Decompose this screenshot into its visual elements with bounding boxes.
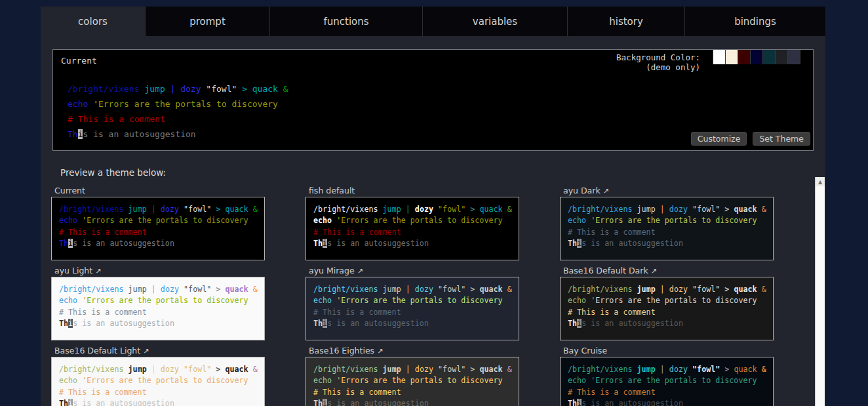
bg-swatch-4[interactable] — [750, 50, 762, 64]
token-pipe: | — [151, 285, 156, 294]
theme-label-fish-default: fish default — [309, 186, 519, 197]
token-echo: echo — [59, 376, 77, 385]
theme-card-base16-default-light[interactable]: /bright/vixens jump | dozy "fowl" > quac… — [51, 357, 265, 406]
token-space — [147, 205, 151, 214]
token-quack: quack — [225, 285, 248, 294]
token-space — [124, 285, 128, 294]
token-amp: & — [507, 205, 512, 214]
token-space — [179, 285, 184, 294]
shell-line: echo 'Errors are the portals to discover… — [313, 215, 519, 226]
token-dozy: dozy — [161, 365, 179, 374]
bg-swatch-5[interactable] — [762, 50, 775, 64]
external-link-icon[interactable]: ↗ — [651, 267, 657, 275]
tab-history[interactable]: history — [568, 7, 685, 36]
theme-card-base16-eighties[interactable]: /bright/vixens jump | dozy "fowl" > quac… — [306, 357, 519, 406]
shell-line: /bright/vixens jump | dozy "fowl" > quac… — [313, 204, 519, 215]
token-th: Th — [568, 399, 577, 406]
tab-colors[interactable]: colors — [41, 7, 146, 36]
bg-swatch-2[interactable] — [725, 50, 738, 64]
token-sugg: s is an autosuggestion — [582, 399, 683, 406]
external-link-icon[interactable]: ↗ — [603, 187, 609, 195]
panel-title: Current — [61, 56, 97, 66]
token-quack: quack — [225, 365, 248, 374]
token-space — [147, 285, 151, 294]
shell-line: /bright/vixens jump | dozy "fowl" > quac… — [59, 364, 264, 375]
theme-item-base16-default-dark: Base16 Default Dark↗/bright/vixens jump … — [560, 266, 774, 340]
theme-card-bay-cruise[interactable]: /bright/vixens jump | dozy "fowl" > quac… — [560, 357, 774, 406]
shell-line: echo 'Errors are the portals to discover… — [568, 375, 773, 386]
token-path: /bright/vixens — [59, 205, 124, 214]
token-dozy: dozy — [161, 205, 179, 214]
token-quack: quack — [479, 205, 502, 214]
set-theme-button[interactable]: Set Theme — [753, 132, 810, 146]
token-amp: & — [283, 84, 288, 94]
background-color-label-line1: Background Color: — [616, 52, 700, 62]
token-fowl: "fowl" — [692, 285, 720, 294]
bg-swatch-6[interactable] — [775, 50, 787, 64]
external-link-icon[interactable]: ↗ — [377, 347, 383, 355]
shell-line: # This is a comment — [568, 227, 773, 238]
shell-line: /bright/vixens jump | dozy "fowl" > quac… — [68, 81, 288, 96]
shell-line: # This is a comment — [568, 307, 773, 318]
theme-label-ayu-mirage[interactable]: ayu Mirage↗ — [309, 266, 519, 277]
shell-line: echo 'Errors are the portals to discover… — [568, 215, 773, 226]
theme-label-base16-default-light[interactable]: Base16 Default Light↗ — [54, 346, 265, 357]
token-space — [665, 365, 669, 374]
bg-swatch-7[interactable] — [787, 50, 800, 64]
scrollbar-thumb[interactable] — [816, 186, 825, 406]
token-path: /bright/vixens — [68, 84, 140, 94]
token-string: Errors are the portals to discovery — [341, 296, 502, 305]
token-space — [247, 84, 252, 94]
external-link-icon[interactable]: ↗ — [95, 267, 101, 275]
tab-functions[interactable]: functions — [270, 7, 423, 36]
token-dozy: dozy — [415, 285, 433, 294]
shell-line: This is an autosuggestion — [68, 127, 288, 142]
token-quack: quack — [479, 285, 502, 294]
token-path: /bright/vixens — [313, 365, 378, 374]
external-link-icon[interactable]: ↗ — [143, 347, 149, 355]
theme-label-ayu-light[interactable]: ayu Light↗ — [54, 266, 265, 277]
token-space — [688, 205, 692, 214]
scrollbar[interactable]: ▲ — [815, 177, 825, 406]
token-jump: jump — [128, 365, 147, 374]
token-gt: > — [242, 84, 247, 94]
scroll-up-arrow-icon[interactable]: ▲ — [816, 177, 825, 186]
theme-item-ayu-mirage: ayu Mirage↗/bright/vixens jump | dozy "f… — [306, 266, 519, 340]
customize-button[interactable]: Customize — [691, 132, 747, 146]
theme-card-fish-default[interactable]: /bright/vixens jump | dozy "fowl" > quac… — [306, 197, 519, 260]
background-swatch-row — [713, 50, 812, 64]
token-amp: & — [507, 365, 512, 374]
token-quote: ' — [93, 99, 98, 109]
theme-card-ayu-mirage[interactable]: /bright/vixens jump | dozy "fowl" > quac… — [306, 277, 519, 340]
theme-name: Base16 Default Dark — [563, 266, 648, 275]
token-sugg: s is an autosuggestion — [327, 319, 429, 328]
token-space — [124, 365, 128, 374]
theme-label-base16-eighties[interactable]: Base16 Eighties↗ — [309, 346, 519, 357]
bg-swatch-1[interactable] — [713, 50, 725, 64]
current-shell-preview: /bright/vixens jump | dozy "fowl" > quac… — [68, 81, 288, 142]
fish-config-app: colorspromptfunctionsvariableshistorybin… — [41, 7, 825, 406]
bg-swatch-3[interactable] — [738, 50, 750, 64]
theme-name: ayu Mirage — [309, 266, 355, 275]
tab-prompt[interactable]: prompt — [146, 7, 270, 36]
theme-card-ayu-light[interactable]: /bright/vixens jump | dozy "fowl" > quac… — [51, 277, 265, 340]
theme-card-current[interactable]: /bright/vixens jump | dozy "fowl" > quac… — [51, 197, 265, 260]
tab-variables[interactable]: variables — [423, 7, 568, 36]
theme-item-current: Current/bright/vixens jump | dozy "fowl"… — [51, 186, 265, 260]
token-amp: & — [253, 205, 258, 214]
token-jump: jump — [144, 84, 165, 94]
shell-line: echo 'Errors are the portals to discover… — [313, 295, 519, 306]
tab-bindings[interactable]: bindings — [685, 7, 825, 36]
token-space — [503, 365, 507, 374]
theme-card-base16-default-dark[interactable]: /bright/vixens jump | dozy "fowl" > quac… — [560, 277, 774, 340]
bg-swatch-8[interactable] — [800, 50, 812, 64]
token-comment: # This is a comment — [59, 228, 147, 237]
background-color-label-line2: (demo only) — [616, 62, 700, 72]
theme-card-ayu-dark[interactable]: /bright/vixens jump | dozy "fowl" > quac… — [560, 197, 774, 260]
external-link-icon[interactable]: ↗ — [357, 267, 363, 275]
theme-label-ayu-dark[interactable]: ayu Dark↗ — [563, 186, 774, 197]
token-pipe: | — [660, 205, 665, 214]
token-fowl: "fowl" — [438, 205, 465, 214]
theme-label-base16-default-dark[interactable]: Base16 Default Dark↗ — [563, 266, 774, 277]
theme-item-ayu-light: ayu Light↗/bright/vixens jump | dozy "fo… — [51, 266, 265, 340]
